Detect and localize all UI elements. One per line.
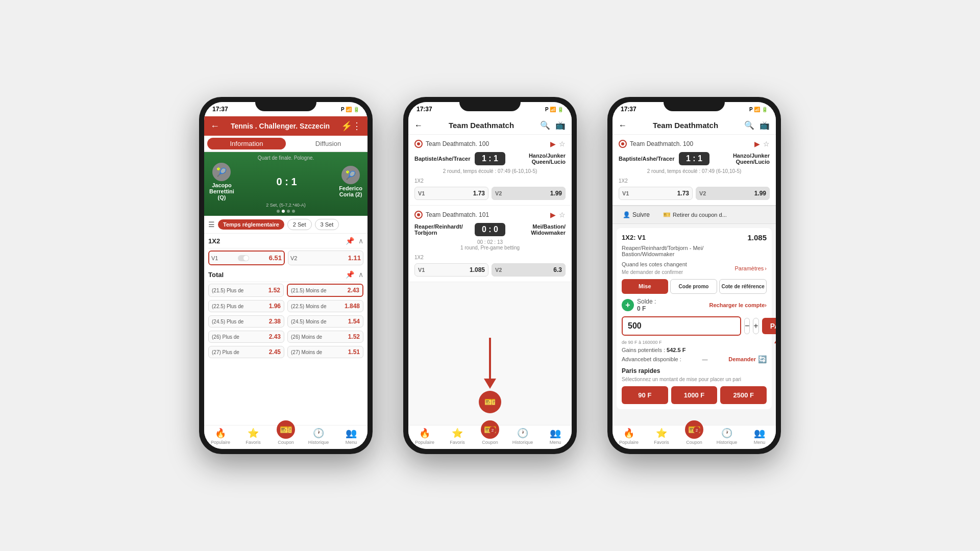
total-cell-plus-215[interactable]: (21.5) Plus de 1.52 [208, 284, 284, 297]
ox-btn-v1-1[interactable]: V1 1.73 [414, 187, 488, 200]
play-icon-3[interactable]: ▶ [754, 140, 760, 148]
filter-btn-regular[interactable]: Temps réglementaire [218, 219, 284, 230]
star-icon-3: ⭐ [656, 428, 667, 439]
lightning-icon-1[interactable]: ⚡ [341, 120, 352, 132]
total-cell-moins-215[interactable]: (21.5) Moins de 2.43 [287, 284, 363, 297]
pin-icon-total[interactable]: 📌 [346, 270, 354, 279]
total-cell-moins-245[interactable]: (24.5) Moins de 1.54 [287, 315, 363, 328]
total-cell-plus-27[interactable]: (27) Plus de 2.45 [208, 346, 284, 358]
app-header-3: ← Team Deathmatch 🔍 📺 [612, 116, 776, 135]
total-cell-moins-225[interactable]: (22.5) Moins de 1.848 [287, 300, 363, 312]
search-icon-2[interactable]: 🔍 [540, 120, 550, 130]
total-val-moins-225: 1.848 [345, 303, 360, 310]
quick-btn-90[interactable]: 90 F [622, 386, 668, 404]
total-cell-plus-26[interactable]: (26) Plus de 2.43 [208, 331, 284, 343]
cote-reference-btn-3[interactable]: Cote de référence [719, 279, 767, 294]
nav-label-favoris-1: Favoris [246, 440, 261, 445]
follow-icon-3: 👤 [623, 211, 630, 218]
arrow-circle-2: 🎫 [479, 391, 501, 413]
mise-btn-3[interactable]: Mise [622, 279, 668, 294]
ox-btn-v1-2[interactable]: V1 1.085 [414, 263, 488, 277]
star-btn-3[interactable]: ☆ [763, 140, 770, 148]
nav-historique-3[interactable]: 🕐 Historique [710, 428, 743, 445]
total-cell-plus-225[interactable]: (22.5) Plus de 1.96 [208, 300, 284, 312]
nav-menu-1[interactable]: 👥 Menu [335, 428, 368, 445]
nav-favoris-1[interactable]: ⭐ Favoris [237, 428, 270, 445]
player2-info: 🎾 FedericoCoria (2) [339, 166, 362, 197]
demander-link-3[interactable]: Demander [728, 356, 756, 362]
player2-avatar: 🎾 [341, 166, 360, 184]
nav-menu-3[interactable]: 👥 Menu [743, 428, 776, 445]
balance-plus-3[interactable]: + [622, 299, 634, 311]
match-score: 0 : 1 [277, 176, 297, 188]
filter-btn-2set[interactable]: 2 Set [287, 219, 312, 230]
menu-icon-1[interactable]: ⋮ [352, 120, 361, 132]
nav-label-coupon-2: Coupon [482, 440, 498, 445]
play-icon-1[interactable]: ▶ [550, 140, 556, 148]
ox-v1-val-2: 1.085 [470, 266, 485, 273]
header-icons-2: 🔍 📺 [540, 120, 566, 130]
video-icon-2[interactable]: 📺 [555, 120, 566, 130]
top-ox-v1-3[interactable]: V1 1.73 [619, 187, 693, 200]
quick-btn-2500[interactable]: 2500 F [720, 386, 767, 404]
chevron-icon-total[interactable]: ∧ [358, 270, 363, 279]
clock-icon-2: 🕐 [517, 428, 528, 439]
back-button-1[interactable]: ← [210, 121, 219, 132]
dot-3 [287, 210, 290, 213]
stake-input-3[interactable]: 500 [622, 316, 741, 336]
total-val-plus-215: 1.52 [268, 287, 280, 294]
nav-populaire-2[interactable]: 🔥 Populaire [408, 428, 441, 445]
total-cell-plus-245[interactable]: (24.5) Plus de 2.38 [208, 315, 284, 328]
nav-historique-2[interactable]: 🕐 Historique [506, 428, 539, 445]
nav-populaire-1[interactable]: 🔥 Populaire [204, 428, 237, 445]
video-icon-3[interactable]: 📺 [760, 120, 770, 130]
top-ox-v2-3[interactable]: V2 1.99 [696, 187, 770, 200]
nav-coupon-2[interactable]: 🎫 2 Coupon [474, 428, 506, 445]
nav-coupon-1[interactable]: 🎫 Coupon [270, 428, 302, 445]
header-title-2: Team Deathmatch [449, 121, 514, 130]
game-title-2: Team Deathmatch. 101 [426, 211, 489, 218]
retirer-btn-3[interactable]: 🎫 Retirer du coupon d... [663, 211, 727, 218]
nav-favoris-3[interactable]: ⭐ Favoris [645, 428, 678, 445]
quick-btn-1000[interactable]: 1000 F [671, 386, 718, 404]
ox-v2-val-2: 6.3 [553, 266, 562, 273]
odds-btn-v2[interactable]: V2 1.11 [288, 251, 363, 265]
nav-populaire-3[interactable]: 🔥 Populaire [612, 428, 645, 445]
tab-information[interactable]: Information [207, 138, 286, 149]
clock-icon-3: 🕐 [721, 428, 732, 439]
params-link-3[interactable]: Paramètres › [734, 265, 767, 271]
back-button-2[interactable]: ← [414, 121, 423, 130]
nav-historique-1[interactable]: 🕐 Historique [302, 428, 335, 445]
match-sets: 2 Set, (5-7,2.*40-A) [209, 203, 362, 208]
follow-row-3: 👤 Suivre 🎫 Retirer du coupon d... [612, 206, 776, 224]
star-btn-2[interactable]: ☆ [559, 211, 566, 219]
play-icon-2[interactable]: ▶ [550, 211, 556, 219]
stepper-minus-3[interactable]: − [744, 318, 750, 334]
ox-btn-v2-2[interactable]: V2 6.3 [492, 263, 566, 277]
odds-btn-v1[interactable]: V1 6.51 [208, 251, 285, 265]
refresh-icon-3[interactable]: 🔄 [758, 355, 767, 363]
star-btn-1[interactable]: ☆ [559, 140, 566, 148]
code-promo-btn-3[interactable]: Code promo [670, 279, 718, 294]
total-cell-moins-27[interactable]: (27) Moins de 1.51 [287, 346, 363, 358]
back-button-3[interactable]: ← [619, 121, 627, 130]
chevron-icon-1x2[interactable]: ∧ [358, 237, 363, 245]
total-val-moins-215: 2.43 [348, 287, 359, 294]
filter-btn-3set[interactable]: 3 Set [315, 219, 339, 230]
ox-btn-v2-1[interactable]: V2 1.99 [492, 187, 566, 200]
recharge-link-3[interactable]: Recharger le compte › [709, 302, 767, 308]
nav-coupon-3[interactable]: 🎫 2 Coupon [678, 428, 710, 445]
nav-favoris-2[interactable]: ⭐ Favoris [441, 428, 474, 445]
pin-icon-1x2[interactable]: 📌 [346, 237, 354, 245]
odds-v1-toggle[interactable] [238, 255, 249, 261]
pari-btn-3[interactable]: PARI [762, 318, 776, 334]
total-label-plus-245: (24.5) Plus de [212, 319, 243, 324]
follow-btn-3[interactable]: 👤 Suivre [618, 209, 655, 220]
nav-menu-2[interactable]: 👥 Menu [539, 428, 572, 445]
section-title-1x2: 1X2 [208, 237, 220, 245]
balance-row-3: + Solde : 0 F Recharger le compte › [622, 298, 767, 312]
search-icon-3[interactable]: 🔍 [744, 120, 754, 130]
tab-diffusion[interactable]: Diffusion [289, 136, 368, 152]
stepper-plus-3[interactable]: + [753, 318, 758, 334]
total-cell-moins-26[interactable]: (26) Moins de 1.52 [287, 331, 363, 343]
